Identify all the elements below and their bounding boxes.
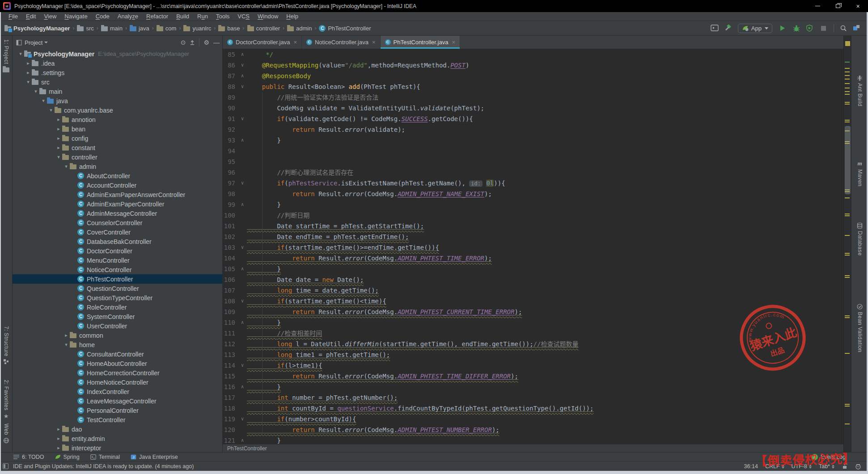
breadcrumb-item-PhTestController[interactable]: CPhTestController — [319, 25, 371, 32]
tree-collapsed-arrow-icon[interactable]: ▸ — [55, 145, 62, 151]
tree-item-QuestionController[interactable]: CQuestionController — [13, 284, 222, 293]
tree-item-HomeAboutController[interactable]: CHomeAboutController — [13, 359, 222, 368]
tree-collapsed-arrow-icon[interactable]: ▸ — [55, 426, 62, 432]
run-with-coverage-icon[interactable] — [806, 25, 813, 32]
tab-NoticeController.java[interactable]: CNoticeController.java× — [302, 36, 381, 49]
lock-icon[interactable] — [842, 463, 848, 470]
tree-item-PersonalController[interactable]: CPersonalController — [13, 406, 222, 415]
tree-item-LeaveMessageController[interactable]: CLeaveMessageController — [13, 396, 222, 406]
fold-marker-icon[interactable]: ∧ — [238, 49, 247, 60]
fold-marker-icon[interactable]: ∨ — [238, 242, 247, 253]
tree-item-TestController[interactable]: CTestController — [13, 415, 222, 424]
encoding-selector[interactable]: UTF-8 — [792, 463, 812, 470]
tree-item-.settings[interactable]: ▸.settings — [13, 68, 222, 77]
minimize-button[interactable] — [808, 0, 828, 12]
menu-item-vcs[interactable]: VCS — [233, 13, 254, 20]
close-button[interactable]: × — [848, 0, 868, 12]
fold-marker-icon[interactable]: ∨ — [238, 296, 247, 306]
gear-icon[interactable]: ⚙ — [203, 39, 209, 46]
menu-item-edit[interactable]: Edit — [22, 13, 40, 20]
tree-item-annotion[interactable]: ▸annotion — [13, 115, 222, 124]
menu-item-tools[interactable]: Tools — [212, 13, 233, 20]
tree-item-PsychologyManager[interactable]: ▾PsychologyManagerE:\idea_space\Psycholo… — [13, 49, 222, 59]
fold-marker-icon[interactable]: ∧ — [238, 435, 247, 444]
tree-expanded-arrow-icon[interactable]: ▾ — [25, 79, 32, 85]
tree-item-common[interactable]: ▸common — [13, 331, 222, 340]
tree-item-AdminMessageController[interactable]: CAdminMessageController — [13, 209, 222, 218]
tree-item-SystemController[interactable]: CSystemController — [13, 312, 222, 321]
tree-item-IndexController[interactable]: CIndexController — [13, 387, 222, 396]
tree-item-AdminExamPaperAnswerController[interactable]: CAdminExamPaperAnswerController — [13, 190, 222, 199]
tree-expanded-arrow-icon[interactable]: ▾ — [55, 154, 62, 160]
fold-marker-icon[interactable]: ∨ — [238, 178, 247, 189]
caret-position[interactable]: 36:14 — [744, 463, 758, 470]
tree-item-main[interactable]: ▾main — [13, 87, 222, 96]
hector-inspector-icon[interactable] — [855, 463, 862, 470]
toolwindow-button-spring[interactable]: Spring — [55, 454, 80, 460]
collapse-all-icon[interactable] — [190, 40, 195, 46]
tab-close-icon[interactable]: × — [372, 39, 376, 46]
fold-marker-icon[interactable]: ∨ — [238, 414, 247, 424]
tree-item-controller[interactable]: ▾controller — [13, 152, 222, 162]
tree-item-admin[interactable]: ▾admin — [13, 162, 222, 171]
run-configuration-selector[interactable]: App — [738, 24, 772, 33]
editor-breadcrumb-item[interactable]: PhTestController — [227, 445, 267, 452]
menu-item-run[interactable]: Run — [193, 13, 212, 20]
tree-item-UserController[interactable]: CUserController — [13, 321, 222, 331]
tree-item-NoticeController[interactable]: CNoticeController — [13, 265, 222, 274]
stop-button[interactable] — [819, 24, 828, 33]
fold-marker-icon[interactable]: ∨ — [238, 360, 247, 371]
project-structure-icon[interactable] — [853, 25, 860, 32]
breadcrumb-item-base[interactable]: base — [218, 25, 240, 32]
toolwindow-layout-icon[interactable] — [711, 25, 719, 32]
fold-marker-icon[interactable]: ∧ — [238, 71, 247, 81]
event-log-button[interactable]: 1Event Log — [812, 454, 846, 460]
tree-item-ConsultantController[interactable]: CConsultantController — [13, 349, 222, 359]
tree-collapsed-arrow-icon[interactable]: ▸ — [55, 445, 62, 451]
tree-item-AdminExamPaperController[interactable]: CAdminExamPaperController — [13, 199, 222, 209]
tree-item-constant[interactable]: ▸constant — [13, 143, 222, 152]
menu-item-help[interactable]: Help — [282, 13, 302, 20]
tree-expanded-arrow-icon[interactable]: ▾ — [63, 164, 70, 169]
tab-DoctorController.java[interactable]: CDoctorController.java× — [223, 36, 302, 49]
tree-item-MenuController[interactable]: CMenuController — [13, 256, 222, 265]
fold-marker-icon[interactable]: ∨ — [238, 60, 247, 71]
locate-file-icon[interactable]: ⊙ — [181, 39, 186, 46]
sidebar-item-web[interactable]: Web — [0, 424, 12, 444]
breadcrumb-item-java[interactable]: java — [130, 25, 149, 32]
run-button[interactable] — [778, 24, 787, 33]
sidebar-item-project[interactable]: 1: Project — [0, 39, 12, 72]
tree-item-AboutController[interactable]: CAboutController — [13, 171, 222, 180]
tree-item-QuestionTypeController[interactable]: CQuestionTypeController — [13, 293, 222, 302]
breadcrumb-item-PsychologyManager[interactable]: PsychologyManager — [4, 25, 70, 32]
sidebar-item-structure[interactable]: 7: Structure — [0, 326, 12, 365]
sidebar-item-maven[interactable]: mMaven — [851, 160, 868, 187]
tree-item-bean[interactable]: ▸bean — [13, 124, 222, 134]
fold-marker-icon[interactable]: ∨ — [238, 113, 247, 124]
tree-item-HomeCorrectionController[interactable]: CHomeCorrectionController — [13, 368, 222, 378]
tree-collapsed-arrow-icon[interactable]: ▸ — [63, 332, 70, 338]
tree-item-.idea[interactable]: ▸.idea — [13, 59, 222, 68]
debug-icon[interactable] — [793, 25, 800, 32]
tree-expanded-arrow-icon[interactable]: ▾ — [47, 107, 55, 113]
build-hammer-icon[interactable] — [724, 25, 732, 32]
menu-item-window[interactable]: Window — [254, 13, 282, 20]
tree-item-CoverController[interactable]: CCoverController — [13, 227, 222, 237]
tree-item-CounselorController[interactable]: CCounselorController — [13, 218, 222, 227]
tree-expanded-arrow-icon[interactable]: ▾ — [40, 98, 47, 104]
breadcrumb-item-yuanlrc[interactable]: yuanlrc — [183, 25, 211, 32]
tree-item-src[interactable]: ▾src — [13, 77, 222, 87]
indent-selector[interactable]: Tab* — [819, 463, 834, 470]
tree-item-RoleController[interactable]: CRoleController — [13, 302, 222, 312]
menu-item-code[interactable]: Code — [92, 13, 114, 20]
hide-panel-icon[interactable]: — — [213, 39, 220, 46]
toolwindow-button-6-todo[interactable]: 6: TODO — [13, 454, 44, 460]
project-panel-title[interactable]: Project — [25, 39, 42, 46]
sidebar-item-bean-validation[interactable]: Bean Validation — [851, 304, 868, 352]
sidebar-item-database[interactable]: Database — [851, 222, 868, 256]
tree-item-java[interactable]: ▾java — [13, 96, 222, 105]
menu-item-navigate[interactable]: Navigate — [60, 13, 91, 20]
tree-item-com.yuanlrc.base[interactable]: ▾com.yuanlrc.base — [13, 105, 222, 115]
tree-expanded-arrow-icon[interactable]: ▾ — [32, 88, 39, 94]
tab-close-icon[interactable]: × — [452, 39, 455, 46]
